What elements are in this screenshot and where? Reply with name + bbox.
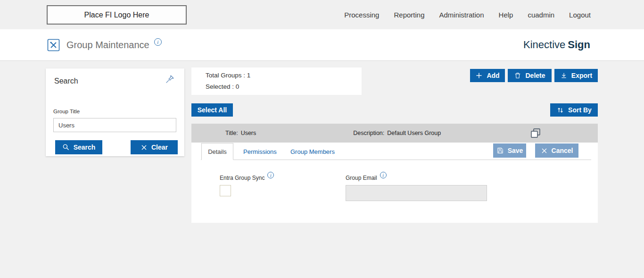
- page-info-icon[interactable]: i: [154, 38, 162, 46]
- search-panel-title: Search: [54, 77, 78, 85]
- nav-logout[interactable]: Logout: [569, 11, 591, 19]
- tab-permissions[interactable]: Permissions: [237, 143, 283, 160]
- export-button-label: Export: [571, 72, 592, 79]
- group-row[interactable]: Title:Users Description:Default Users Gr…: [191, 124, 598, 143]
- brand-regular: Kinective: [523, 39, 565, 51]
- search-panel: Search Group Title Search Clear: [46, 68, 184, 156]
- brand-bold: Sign: [568, 39, 590, 51]
- clear-button[interactable]: Clear: [131, 140, 178, 154]
- group-maintenance-tools-icon: [47, 39, 60, 51]
- page-title: Group Maintenance: [66, 40, 149, 51]
- save-button[interactable]: Save: [493, 143, 526, 158]
- nav-processing[interactable]: Processing: [344, 11, 379, 19]
- cancel-button-label: Cancel: [552, 147, 573, 154]
- group-email-input[interactable]: [346, 185, 487, 201]
- group-title-label: Group Title: [53, 109, 80, 114]
- search-button-label: Search: [74, 143, 96, 151]
- select-all-button-label: Select All: [198, 106, 227, 114]
- group-detail-panel: Details Permissions Group Members Save C…: [191, 143, 598, 223]
- group-row-title-value: Users: [241, 130, 256, 136]
- entra-group-sync-label: Entra Group Synci: [220, 175, 274, 181]
- nav-help[interactable]: Help: [499, 11, 513, 19]
- delete-button-label: Delete: [525, 72, 545, 79]
- entra-info-icon[interactable]: i: [267, 172, 274, 178]
- add-button[interactable]: Add: [470, 69, 505, 82]
- top-nav-bar: Place FI Logo Here Processing Reporting …: [0, 0, 644, 29]
- delete-button[interactable]: Delete: [508, 69, 552, 82]
- select-all-button[interactable]: Select All: [191, 103, 233, 117]
- group-row-title-label: Title:: [225, 130, 238, 136]
- search-button[interactable]: Search: [55, 140, 102, 154]
- group-row-description-value: Default Users Group: [387, 130, 441, 136]
- entra-group-sync-checkbox[interactable]: [220, 185, 231, 196]
- cancel-button[interactable]: Cancel: [535, 143, 578, 158]
- export-button[interactable]: Export: [554, 69, 598, 82]
- top-nav-menu: Processing Reporting Administration Help…: [344, 0, 591, 29]
- group-email-label: Group Emaili: [346, 175, 387, 181]
- group-title-input[interactable]: [53, 118, 176, 132]
- main-content: Search Group Title Search Clear: [0, 61, 644, 278]
- group-row-description-label: Description:: [353, 130, 384, 136]
- page-header: Group Maintenance i KinectiveSign: [0, 29, 644, 61]
- brand-logo: KinectiveSign: [523, 39, 644, 51]
- add-button-label: Add: [487, 72, 499, 79]
- sort-by-button[interactable]: Sort By: [550, 103, 598, 117]
- group-email-info-icon[interactable]: i: [380, 172, 387, 178]
- tab-details[interactable]: Details: [201, 143, 233, 160]
- copy-icon[interactable]: [530, 127, 541, 139]
- tab-group-members[interactable]: Group Members: [284, 143, 341, 160]
- fi-logo-placeholder: Place FI Logo Here: [47, 5, 187, 25]
- selected-count-text: Selected : 0: [206, 83, 239, 90]
- sort-by-button-label: Sort By: [568, 106, 592, 114]
- total-groups-text: Total Groups : 1: [206, 72, 250, 79]
- nav-reporting[interactable]: Reporting: [394, 11, 424, 19]
- nav-username[interactable]: cuadmin: [528, 11, 554, 19]
- group-maintenance-page: Place FI Logo Here Processing Reporting …: [0, 0, 644, 278]
- pin-icon[interactable]: [165, 74, 175, 84]
- save-button-label: Save: [508, 147, 523, 154]
- clear-button-label: Clear: [151, 143, 168, 151]
- nav-administration[interactable]: Administration: [439, 11, 484, 19]
- summary-box: Total Groups : 1 Selected : 0: [191, 67, 362, 95]
